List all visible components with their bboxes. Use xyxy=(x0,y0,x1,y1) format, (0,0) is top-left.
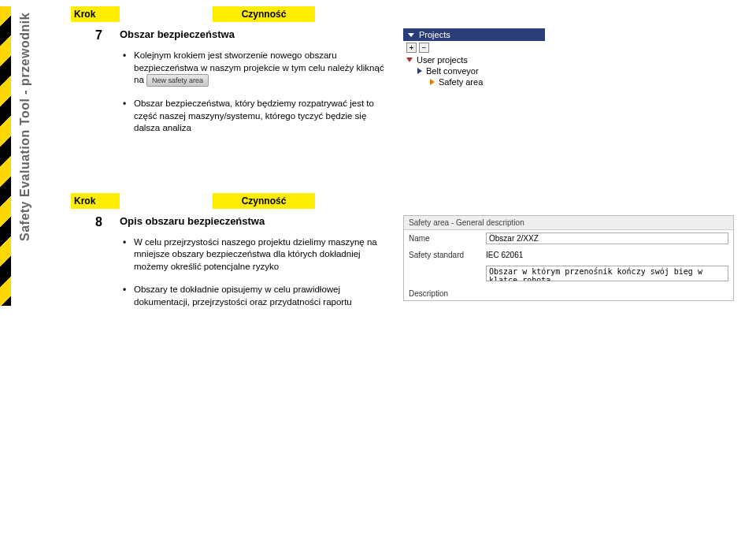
description-textarea[interactable]: Obszar w którym przenośnik kończy swój b… xyxy=(486,266,728,281)
form-label-description xyxy=(409,266,480,267)
step-number: 7 xyxy=(71,28,120,146)
tree-item-user-projects[interactable]: User projects xyxy=(403,54,545,65)
chevron-right-icon xyxy=(417,68,422,74)
chevron-down-icon xyxy=(408,33,414,37)
new-safety-area-button[interactable]: New safety area xyxy=(146,74,209,87)
form-label-description-text: Description xyxy=(409,288,480,298)
step-title: Opis obszaru bezpieczeństwa xyxy=(120,215,387,227)
main-content: Krok Czynność 7 Obszar bezpieczeństwa Ko… xyxy=(71,0,748,319)
safety-standard-value: IEC 62061 xyxy=(486,249,728,261)
name-input[interactable] xyxy=(486,232,728,244)
step-number: 8 xyxy=(71,215,120,320)
step-header: Krok Czynność xyxy=(71,193,748,209)
header-krok: Krok xyxy=(71,193,120,209)
projects-tree-panel: Projects + − User projects xyxy=(403,28,545,87)
step-7-block: Krok Czynność 7 Obszar bezpieczeństwa Ko… xyxy=(71,6,748,146)
tree-item-belt-conveyor[interactable]: Belt conveyor xyxy=(403,65,545,76)
header-krok: Krok xyxy=(71,6,120,22)
step-bullets: Kolejnym krokiem jest stworzenie nowego … xyxy=(120,50,387,135)
chevron-right-icon xyxy=(430,79,435,85)
form-label-standard: Safety standard xyxy=(409,249,480,259)
bullet-item: W celu przejrzystości naszego projektu d… xyxy=(134,236,387,273)
bullet-item: Kolejnym krokiem jest stworzenie nowego … xyxy=(134,50,387,87)
form-title: Safety area - General description xyxy=(404,216,733,230)
collapse-all-button[interactable]: − xyxy=(419,43,429,53)
header-czynnosc: Czynność xyxy=(213,193,315,209)
form-label-name: Name xyxy=(409,232,480,243)
chevron-down-icon xyxy=(406,58,413,62)
sidebar-tab: Safety Evaluation Tool - przewodnik xyxy=(0,6,39,306)
safety-area-form: Safety area - General description Name S… xyxy=(403,215,734,301)
tree-item-safety-area[interactable]: Safety area xyxy=(403,76,545,87)
expand-all-button[interactable]: + xyxy=(406,43,417,53)
hazard-stripe xyxy=(0,6,11,306)
bullet-item: Obszar bezpieczeństwa, który będziemy ro… xyxy=(134,98,387,135)
tree-controls: + − xyxy=(403,41,545,54)
bullet-item: Obszary te dokładnie opisujemy w celu pr… xyxy=(134,284,387,308)
header-czynnosc: Czynność xyxy=(213,6,315,22)
sidebar-title: Safety Evaluation Tool - przewodnik xyxy=(11,6,39,306)
step-bullets: W celu przejrzystości naszego projektu d… xyxy=(120,236,387,309)
step-header: Krok Czynność xyxy=(71,6,748,22)
projects-header[interactable]: Projects xyxy=(403,28,545,41)
step-title: Obszar bezpieczeństwa xyxy=(120,28,387,40)
step-8-block: Krok Czynność 8 Opis obszaru bezpieczeńs… xyxy=(71,193,748,320)
